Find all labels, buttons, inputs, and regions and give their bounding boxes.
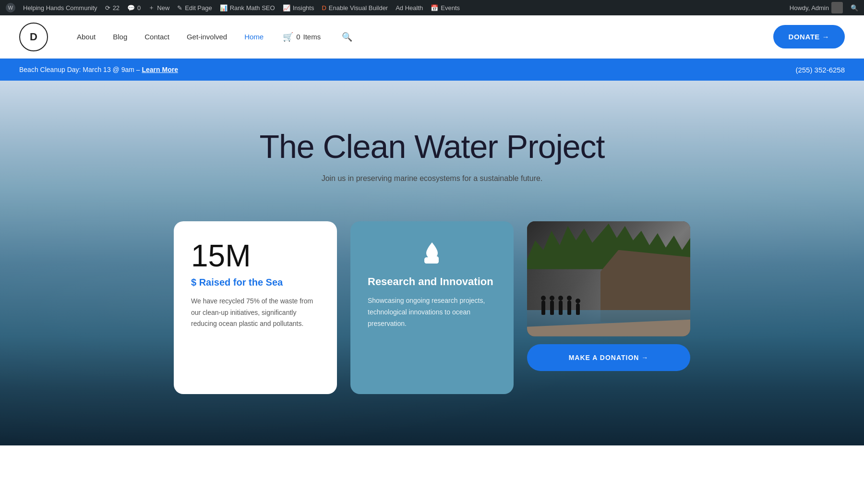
events-icon: 📅 xyxy=(431,4,438,12)
rank-math-icon: 📊 xyxy=(220,4,228,12)
edit-icon: ✎ xyxy=(177,4,182,12)
stat-description: We have recycled 75% of the waste from o… xyxy=(191,296,320,330)
search-icon-nav[interactable]: 🔍 xyxy=(342,32,352,42)
visual-builder-label: Enable Visual Builder xyxy=(329,4,388,12)
make-donation-button[interactable]: MAKE A DONATION → xyxy=(527,344,690,371)
announcement-phone: (255) 352-6258 xyxy=(795,66,845,74)
nav-contact[interactable]: Contact xyxy=(144,33,169,41)
update-count: 22 xyxy=(113,4,120,12)
hero-title: The Clean Water Project xyxy=(260,129,605,165)
person-4 xyxy=(567,300,571,315)
research-card: Research and Innovation Showcasing ongoi… xyxy=(350,221,514,394)
site-header: D About Blog Contact Get-involved Home 🛒… xyxy=(0,15,864,59)
research-card-title: Research and Innovation xyxy=(368,275,496,289)
people-silhouettes xyxy=(541,300,580,315)
cart-icon: 🛒 xyxy=(283,32,293,42)
insights-label: Insights xyxy=(293,4,314,12)
comment-icon: 💬 xyxy=(127,4,135,12)
insights-icon: 📈 xyxy=(283,4,290,12)
updates[interactable]: ⟳ 22 xyxy=(105,4,120,12)
site-name-label: Helping Hands Community xyxy=(23,4,97,12)
hero-section: The Clean Water Project Join us in prese… xyxy=(0,81,864,445)
ad-health[interactable]: Ad Health xyxy=(396,4,423,12)
edit-page[interactable]: ✎ Edit Page xyxy=(177,4,212,12)
drop-hand-svg xyxy=(420,240,444,265)
events-label: Events xyxy=(441,4,460,12)
card-image xyxy=(527,221,690,336)
cart-count: 0 xyxy=(296,33,300,41)
comments[interactable]: 💬 0 xyxy=(127,4,141,12)
person-5 xyxy=(576,303,580,315)
card-image-inner xyxy=(527,221,690,336)
admin-search[interactable]: 🔍 xyxy=(851,4,858,12)
admin-bar: W Helping Hands Community ⟳ 22 💬 0 ＋ New… xyxy=(0,0,864,15)
comment-count: 0 xyxy=(137,4,141,12)
announcement-message: Beach Cleanup Day: March 13 @ 9am – xyxy=(19,66,140,73)
new-label: New xyxy=(157,4,169,12)
stat-label: $ Raised for the Sea xyxy=(191,277,320,288)
greeting-label: Howdy, Admin xyxy=(790,4,829,12)
wordpress-icon: W xyxy=(6,3,15,12)
nav-about[interactable]: About xyxy=(77,33,96,41)
donate-button-label: DONATE → xyxy=(789,33,829,41)
admin-bar-right: Howdy, Admin 🔍 xyxy=(790,2,858,13)
water-drop-hand-icon xyxy=(368,240,496,265)
cart-label: Items xyxy=(303,33,321,41)
edit-page-label: Edit Page xyxy=(185,4,212,12)
announcement-text: Beach Cleanup Day: March 13 @ 9am – Lear… xyxy=(19,66,795,73)
rank-math[interactable]: 📊 Rank Math SEO xyxy=(220,4,275,12)
plus-icon: ＋ xyxy=(148,3,155,12)
nav-get-involved[interactable]: Get-involved xyxy=(187,33,227,41)
events[interactable]: 📅 Events xyxy=(431,4,460,12)
ad-health-label: Ad Health xyxy=(396,4,423,12)
hero-content: The Clean Water Project Join us in prese… xyxy=(260,81,605,202)
site-nav: About Blog Contact Get-involved Home 🛒 0… xyxy=(77,32,352,42)
make-donation-label: MAKE A DONATION → xyxy=(569,354,649,361)
stat-card: 15M $ Raised for the Sea We have recycle… xyxy=(174,221,337,394)
site-logo[interactable]: D xyxy=(19,23,48,51)
insights[interactable]: 📈 Insights xyxy=(283,4,314,12)
stat-number: 15M xyxy=(191,240,320,271)
nav-blog[interactable]: Blog xyxy=(113,33,127,41)
wp-logo[interactable]: W xyxy=(6,3,15,12)
enable-visual-builder[interactable]: D Enable Visual Builder xyxy=(322,4,388,12)
image-card: MAKE A DONATION → xyxy=(527,221,690,371)
hero-subtitle: Join us in preserving marine ecosystems … xyxy=(312,174,552,183)
logo-letter: D xyxy=(30,31,37,43)
nav-home[interactable]: Home xyxy=(244,33,264,41)
divi-icon: D xyxy=(322,4,326,12)
update-icon: ⟳ xyxy=(105,4,110,12)
person-2 xyxy=(550,300,554,315)
person-1 xyxy=(541,300,545,315)
howdy-admin[interactable]: Howdy, Admin xyxy=(790,2,843,13)
learn-more-link[interactable]: Learn More xyxy=(142,66,178,73)
cards-row: 15M $ Raised for the Sea We have recycle… xyxy=(0,212,864,423)
cart-area[interactable]: 🛒 0 Items xyxy=(283,32,321,42)
new-item[interactable]: ＋ New xyxy=(148,3,169,12)
rank-math-label: Rank Math SEO xyxy=(230,4,275,12)
card-icon-area xyxy=(368,240,496,265)
donate-button[interactable]: DONATE → xyxy=(773,25,845,48)
search-icon: 🔍 xyxy=(851,4,858,12)
admin-avatar xyxy=(831,2,843,13)
research-card-text: Showcasing ongoing research projects, te… xyxy=(368,295,496,329)
site-name[interactable]: Helping Hands Community xyxy=(23,4,97,12)
announcement-bar: Beach Cleanup Day: March 13 @ 9am – Lear… xyxy=(0,59,864,81)
person-3 xyxy=(559,300,563,315)
